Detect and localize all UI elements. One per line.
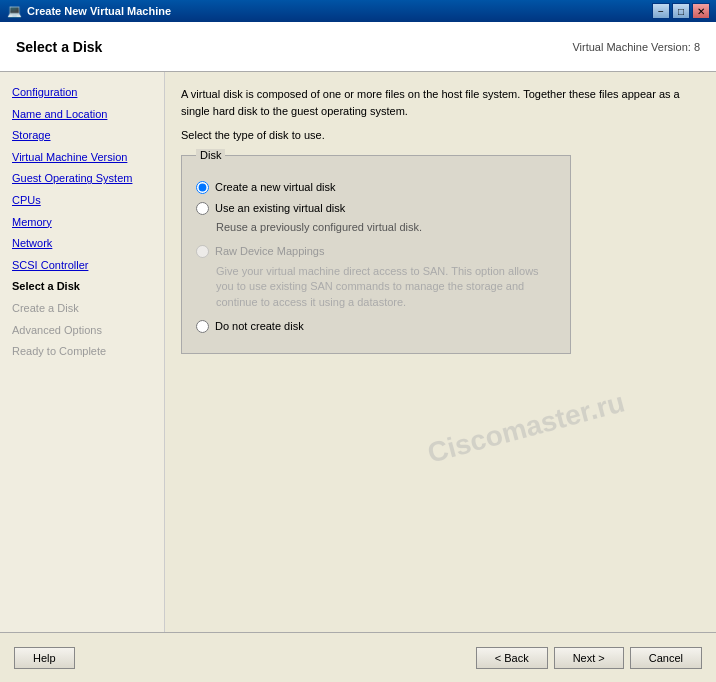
version-info: Virtual Machine Version: 8 bbox=[572, 41, 700, 53]
raw-device-sublabel: Give your virtual machine direct access … bbox=[216, 264, 556, 310]
radio-no-disk-label[interactable]: Do not create disk bbox=[215, 318, 304, 335]
main-panel: A virtual disk is composed of one or mor… bbox=[165, 72, 716, 632]
watermark: Ciscomaster.ru bbox=[424, 386, 628, 469]
sidebar-item-select-disk: Select a Disk bbox=[8, 276, 156, 298]
sidebar-item-memory[interactable]: Memory bbox=[8, 212, 156, 234]
footer: Help < Back Next > Cancel bbox=[0, 632, 716, 682]
radio-raw-device bbox=[196, 245, 209, 258]
restore-button[interactable]: □ bbox=[672, 3, 690, 19]
window-icon: 💻 bbox=[6, 3, 22, 19]
sidebar-item-cpus[interactable]: CPUs bbox=[8, 190, 156, 212]
sidebar-item-ready: Ready to Complete bbox=[8, 341, 156, 363]
title-bar: 💻 Create New Virtual Machine − □ ✕ bbox=[0, 0, 716, 22]
radio-create-new-label[interactable]: Create a new virtual disk bbox=[215, 179, 335, 196]
window-controls[interactable]: − □ ✕ bbox=[652, 3, 710, 19]
close-button[interactable]: ✕ bbox=[692, 3, 710, 19]
use-existing-sublabel: Reuse a previously configured virtual di… bbox=[216, 220, 556, 235]
next-button[interactable]: Next > bbox=[554, 647, 624, 669]
radio-no-disk[interactable] bbox=[196, 320, 209, 333]
sidebar-item-name-location[interactable]: Name and Location bbox=[8, 104, 156, 126]
title-bar-text: Create New Virtual Machine bbox=[27, 5, 647, 17]
sidebar-item-storage[interactable]: Storage bbox=[8, 125, 156, 147]
radio-option-no-disk[interactable]: Do not create disk bbox=[196, 318, 556, 335]
disk-group: Disk Create a new virtual disk Use an ex… bbox=[181, 149, 571, 354]
page-header: Select a Disk Virtual Machine Version: 8 bbox=[0, 22, 716, 72]
help-button[interactable]: Help bbox=[14, 647, 75, 669]
group-legend: Disk bbox=[196, 149, 225, 161]
description-line1: A virtual disk is composed of one or mor… bbox=[181, 88, 680, 100]
radio-use-existing-label[interactable]: Use an existing virtual disk bbox=[215, 200, 345, 217]
radio-option-use-existing[interactable]: Use an existing virtual disk bbox=[196, 200, 556, 217]
sidebar: Configuration Name and Location Storage … bbox=[0, 72, 165, 632]
content-area: Configuration Name and Location Storage … bbox=[0, 72, 716, 632]
footer-right: < Back Next > Cancel bbox=[476, 647, 702, 669]
back-button[interactable]: < Back bbox=[476, 647, 548, 669]
radio-use-existing[interactable] bbox=[196, 202, 209, 215]
radio-option-raw-device: Raw Device Mappings bbox=[196, 243, 556, 260]
sidebar-item-configuration[interactable]: Configuration bbox=[8, 82, 156, 104]
sidebar-item-create-disk: Create a Disk bbox=[8, 298, 156, 320]
radio-option-create-new[interactable]: Create a new virtual disk bbox=[196, 179, 556, 196]
sidebar-item-advanced-options: Advanced Options bbox=[8, 320, 156, 342]
footer-left: Help bbox=[14, 647, 75, 669]
radio-create-new[interactable] bbox=[196, 181, 209, 194]
description: A virtual disk is composed of one or mor… bbox=[181, 86, 681, 119]
sidebar-item-scsi[interactable]: SCSI Controller bbox=[8, 255, 156, 277]
sidebar-item-network[interactable]: Network bbox=[8, 233, 156, 255]
select-type-label: Select the type of disk to use. bbox=[181, 129, 700, 141]
window-body: Select a Disk Virtual Machine Version: 8… bbox=[0, 22, 716, 682]
sidebar-item-vm-version[interactable]: Virtual Machine Version bbox=[8, 147, 156, 169]
cancel-button[interactable]: Cancel bbox=[630, 647, 702, 669]
sidebar-item-guest-os[interactable]: Guest Operating System bbox=[8, 168, 156, 190]
minimize-button[interactable]: − bbox=[652, 3, 670, 19]
description-line2: single hard disk to the guest operating … bbox=[181, 105, 408, 117]
page-title: Select a Disk bbox=[16, 39, 102, 55]
radio-raw-device-label: Raw Device Mappings bbox=[215, 243, 324, 260]
